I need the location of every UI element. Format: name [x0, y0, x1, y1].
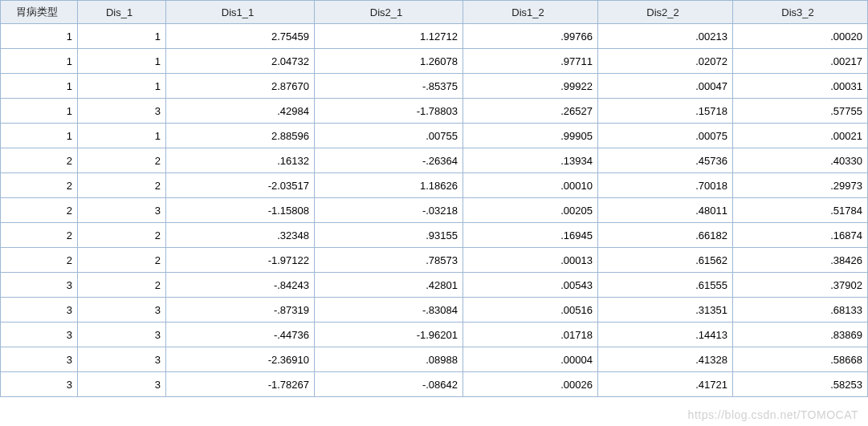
- table-row[interactable]: 22-1.97122.78573.00013.61562.38426: [1, 248, 868, 273]
- table-cell[interactable]: .61562: [598, 248, 733, 273]
- table-cell[interactable]: 2.75459: [166, 24, 315, 49]
- table-cell[interactable]: 3: [1, 273, 78, 298]
- table-row[interactable]: 112.87670-.85375.99922.00047.00031: [1, 74, 868, 99]
- col-header-5[interactable]: Dis2_2: [598, 1, 733, 24]
- table-cell[interactable]: 3: [1, 347, 78, 372]
- table-cell[interactable]: .02072: [598, 49, 733, 74]
- table-row[interactable]: 112.754591.12712.99766.00213.00020: [1, 24, 868, 49]
- table-row[interactable]: 22.32348.93155.16945.66182.16874: [1, 223, 868, 248]
- data-table[interactable]: 胃病类型 Dis_1 Dis1_1 Dis2_1 Dis1_2 Dis2_2 D…: [0, 0, 868, 397]
- table-cell[interactable]: 1.18626: [315, 173, 463, 198]
- col-header-6[interactable]: Dis3_2: [733, 1, 868, 24]
- table-cell[interactable]: 3: [78, 372, 166, 397]
- table-cell[interactable]: .00004: [463, 347, 598, 372]
- table-cell[interactable]: 1: [1, 24, 78, 49]
- table-row[interactable]: 33-1.78267-.08642.00026.41721.58253: [1, 372, 868, 397]
- table-cell[interactable]: 1: [1, 99, 78, 124]
- table-row[interactable]: 22.16132-.26364.13934.45736.40330: [1, 148, 868, 173]
- col-header-4[interactable]: Dis1_2: [463, 1, 598, 24]
- table-row[interactable]: 112.047321.26078.97711.02072.00217: [1, 49, 868, 74]
- table-cell[interactable]: -.26364: [315, 148, 463, 173]
- table-cell[interactable]: .00075: [598, 124, 733, 148]
- table-cell[interactable]: 1: [1, 124, 78, 148]
- table-cell[interactable]: .00213: [598, 24, 733, 49]
- table-cell[interactable]: .99905: [463, 124, 598, 148]
- table-cell[interactable]: -1.78803: [315, 99, 463, 124]
- table-cell[interactable]: 2: [1, 148, 78, 173]
- table-cell[interactable]: .93155: [315, 223, 463, 248]
- table-cell[interactable]: .51784: [733, 198, 868, 223]
- table-cell[interactable]: -1.97122: [166, 248, 315, 273]
- table-cell[interactable]: 2: [1, 198, 78, 223]
- table-cell[interactable]: .68133: [733, 298, 868, 323]
- table-row[interactable]: 13.42984-1.78803.26527.15718.57755: [1, 99, 868, 124]
- table-cell[interactable]: .66182: [598, 223, 733, 248]
- table-cell[interactable]: .01718: [463, 323, 598, 347]
- table-cell[interactable]: 2.04732: [166, 49, 315, 74]
- table-row[interactable]: 33-2.36910.08988.00004.41328.58668: [1, 347, 868, 372]
- table-cell[interactable]: .83869: [733, 323, 868, 347]
- table-cell[interactable]: 2: [1, 173, 78, 198]
- table-cell[interactable]: .37902: [733, 273, 868, 298]
- table-cell[interactable]: .16945: [463, 223, 598, 248]
- table-cell[interactable]: .08988: [315, 347, 463, 372]
- table-cell[interactable]: -.87319: [166, 298, 315, 323]
- table-cell[interactable]: .32348: [166, 223, 315, 248]
- table-cell[interactable]: .00543: [463, 273, 598, 298]
- table-cell[interactable]: 1: [1, 49, 78, 74]
- table-cell[interactable]: -1.96201: [315, 323, 463, 347]
- table-cell[interactable]: 3: [78, 99, 166, 124]
- table-cell[interactable]: .38426: [733, 248, 868, 273]
- table-cell[interactable]: .41328: [598, 347, 733, 372]
- table-cell[interactable]: 2: [78, 223, 166, 248]
- table-cell[interactable]: .70018: [598, 173, 733, 198]
- table-cell[interactable]: -.83084: [315, 298, 463, 323]
- table-cell[interactable]: -.84243: [166, 273, 315, 298]
- col-header-0[interactable]: 胃病类型: [1, 1, 78, 24]
- table-cell[interactable]: .45736: [598, 148, 733, 173]
- col-header-2[interactable]: Dis1_1: [166, 1, 315, 24]
- table-cell[interactable]: .58253: [733, 372, 868, 397]
- table-cell[interactable]: 1: [78, 74, 166, 99]
- table-cell[interactable]: .00516: [463, 298, 598, 323]
- table-cell[interactable]: .00026: [463, 372, 598, 397]
- table-cell[interactable]: 2: [78, 248, 166, 273]
- table-cell[interactable]: .78573: [315, 248, 463, 273]
- table-cell[interactable]: .97711: [463, 49, 598, 74]
- table-cell[interactable]: -1.15808: [166, 198, 315, 223]
- table-cell[interactable]: .13934: [463, 148, 598, 173]
- table-cell[interactable]: .00755: [315, 124, 463, 148]
- table-cell[interactable]: 2.87670: [166, 74, 315, 99]
- table-cell[interactable]: .14413: [598, 323, 733, 347]
- table-cell[interactable]: .57755: [733, 99, 868, 124]
- table-cell[interactable]: -2.36910: [166, 347, 315, 372]
- table-cell[interactable]: .00031: [733, 74, 868, 99]
- table-row[interactable]: 23-1.15808-.03218.00205.48011.51784: [1, 198, 868, 223]
- col-header-3[interactable]: Dis2_1: [315, 1, 463, 24]
- table-cell[interactable]: 3: [1, 323, 78, 347]
- table-cell[interactable]: .00047: [598, 74, 733, 99]
- col-header-1[interactable]: Dis_1: [78, 1, 166, 24]
- table-cell[interactable]: .16132: [166, 148, 315, 173]
- table-row[interactable]: 32-.84243.42801.00543.61555.37902: [1, 273, 868, 298]
- table-cell[interactable]: 1: [78, 24, 166, 49]
- table-cell[interactable]: 2: [78, 173, 166, 198]
- table-cell[interactable]: .26527: [463, 99, 598, 124]
- table-cell[interactable]: .99922: [463, 74, 598, 99]
- table-cell[interactable]: .31351: [598, 298, 733, 323]
- table-cell[interactable]: 2: [1, 248, 78, 273]
- table-row[interactable]: 22-2.035171.18626.00010.70018.29973: [1, 173, 868, 198]
- table-cell[interactable]: .00013: [463, 248, 598, 273]
- table-cell[interactable]: -.44736: [166, 323, 315, 347]
- table-cell[interactable]: -.85375: [315, 74, 463, 99]
- table-cell[interactable]: .00217: [733, 49, 868, 74]
- table-cell[interactable]: .29973: [733, 173, 868, 198]
- table-cell[interactable]: 3: [78, 323, 166, 347]
- table-cell[interactable]: 1: [78, 124, 166, 148]
- table-cell[interactable]: 3: [1, 298, 78, 323]
- table-cell[interactable]: -2.03517: [166, 173, 315, 198]
- table-cell[interactable]: .42801: [315, 273, 463, 298]
- table-cell[interactable]: 2.88596: [166, 124, 315, 148]
- table-cell[interactable]: .48011: [598, 198, 733, 223]
- table-cell[interactable]: .00020: [733, 24, 868, 49]
